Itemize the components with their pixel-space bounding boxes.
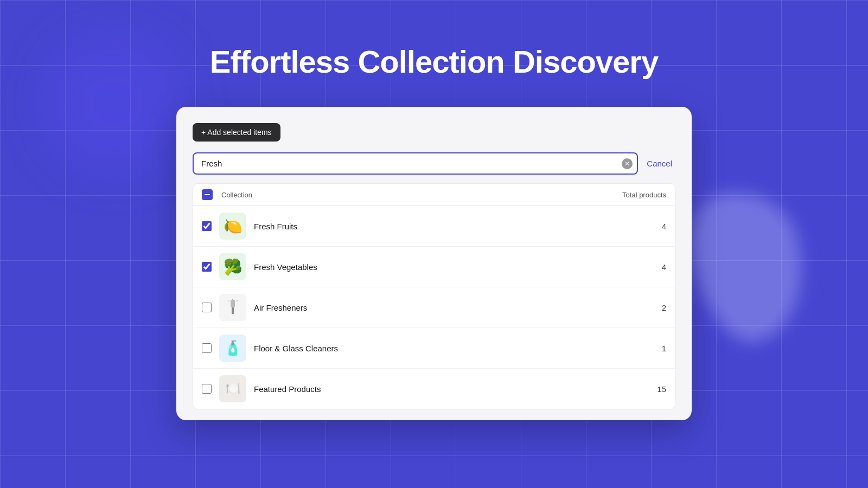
row-checkbox-air-fresheners[interactable]	[202, 303, 212, 312]
page-content: Effortless Collection Discovery + Add se…	[0, 0, 868, 488]
cancel-button[interactable]: Cancel	[643, 159, 675, 168]
row-name-featured-products: Featured Products	[254, 384, 650, 394]
table-row: 🍋 Fresh Fruits 4	[193, 206, 675, 247]
row-image-featured-products: 🍽️	[219, 375, 246, 402]
row-name-air-fresheners: Air Fresheners	[254, 303, 650, 312]
search-clear-button[interactable]: ✕	[622, 158, 633, 169]
row-checkbox-fresh-vegetables[interactable]	[202, 262, 212, 272]
add-selected-button[interactable]: + Add selected items	[193, 123, 280, 142]
row-image-fresh-vegetables: 🥦	[219, 253, 246, 280]
row-image-air-fresheners	[219, 294, 246, 321]
svg-line-4	[236, 300, 238, 301]
search-row: ✕ Cancel	[193, 152, 675, 175]
search-input-wrapper: ✕	[193, 152, 638, 175]
row-count-floor-glass-cleaners: 1	[650, 344, 666, 353]
table-row: 🍽️ Featured Products 15	[193, 369, 675, 409]
collection-table: Collection Total products 🍋 Fresh Fruits…	[193, 183, 675, 409]
row-image-floor-glass-cleaners: 🧴	[219, 335, 246, 362]
search-input[interactable]	[193, 152, 638, 175]
row-checkbox-featured-products[interactable]	[202, 384, 212, 394]
table-row: Air Fresheners 2	[193, 287, 675, 328]
row-name-floor-glass-cleaners: Floor & Glass Cleaners	[254, 344, 650, 353]
header-collection-label: Collection	[221, 191, 622, 199]
table-row: 🥦 Fresh Vegetables 4	[193, 247, 675, 287]
row-count-featured-products: 15	[650, 384, 666, 394]
row-checkbox-floor-glass-cleaners[interactable]	[202, 343, 212, 353]
header-total-label: Total products	[622, 191, 666, 199]
svg-rect-0	[231, 300, 235, 307]
select-all-checkbox[interactable]	[202, 189, 213, 200]
row-count-air-fresheners: 2	[650, 303, 666, 312]
table-header: Collection Total products	[193, 184, 675, 206]
row-count-fresh-fruits: 4	[650, 222, 666, 231]
main-panel: + Add selected items ✕ Cancel Collection…	[176, 107, 692, 420]
row-name-fresh-fruits: Fresh Fruits	[254, 222, 650, 231]
row-count-fresh-vegetables: 4	[650, 262, 666, 272]
row-checkbox-fresh-fruits[interactable]	[202, 221, 212, 231]
page-title: Effortless Collection Discovery	[210, 43, 658, 80]
svg-rect-1	[232, 307, 234, 314]
table-row: 🧴 Floor & Glass Cleaners 1	[193, 328, 675, 369]
row-image-fresh-fruits: 🍋	[219, 213, 246, 240]
row-name-fresh-vegetables: Fresh Vegetables	[254, 262, 650, 272]
svg-line-3	[228, 300, 229, 301]
